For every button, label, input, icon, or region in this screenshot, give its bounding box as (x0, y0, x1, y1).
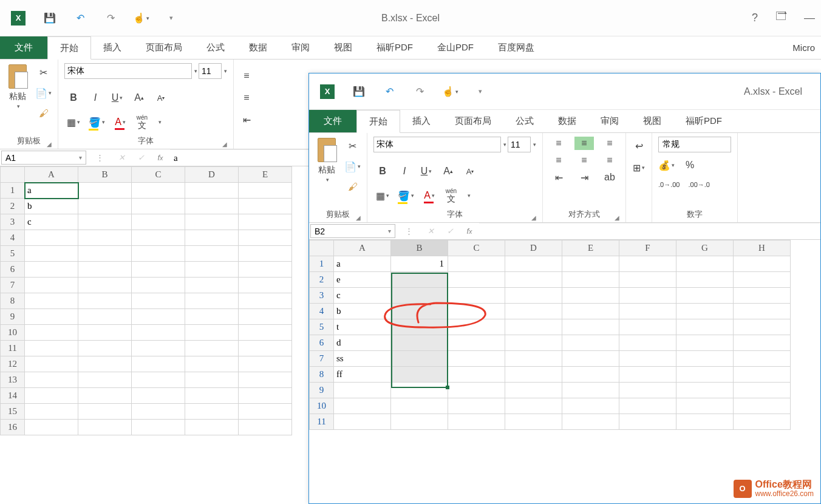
cell[interactable] (391, 319, 448, 335)
cell[interactable] (562, 335, 619, 351)
touch-mode-icon[interactable]: ☝▾ (135, 12, 147, 24)
cell[interactable] (239, 420, 292, 435)
save-icon[interactable]: 💾 (353, 86, 365, 98)
column-header[interactable]: A (25, 167, 78, 183)
cell[interactable] (239, 230, 292, 246)
cell[interactable] (734, 351, 791, 367)
row-header[interactable]: 9 (310, 383, 334, 398)
clipboard-dialog-launcher-icon[interactable]: ◢ (47, 141, 52, 148)
column-header[interactable]: C (448, 240, 505, 256)
decrease-font-icon[interactable]: A▾ (463, 165, 477, 178)
cell[interactable] (132, 278, 185, 293)
cell[interactable] (391, 398, 448, 414)
cell[interactable] (78, 325, 132, 341)
qat-dropdown-icon[interactable]: ▾ (474, 86, 486, 98)
cell[interactable] (391, 288, 448, 304)
cell[interactable] (619, 367, 676, 383)
tab-formulas[interactable]: 公式 (194, 36, 237, 59)
copy-icon[interactable]: 📄▾ (35, 86, 52, 100)
cell[interactable] (734, 383, 791, 398)
cell[interactable] (239, 341, 292, 356)
row-header[interactable]: 4 (310, 304, 334, 319)
column-header[interactable]: F (619, 240, 676, 256)
cancel-formula-icon[interactable]: ✕ (421, 223, 440, 239)
cell[interactable]: b (25, 199, 78, 214)
wrap-text-icon[interactable]: ↩ (632, 139, 646, 152)
row-header[interactable]: 1 (310, 256, 334, 272)
row-header[interactable]: 8 (1, 293, 25, 309)
cell[interactable] (562, 288, 619, 304)
cell[interactable] (132, 214, 185, 230)
cell[interactable] (734, 398, 791, 414)
qat-dropdown-icon[interactable]: ▾ (165, 12, 177, 24)
cell[interactable] (239, 214, 292, 230)
row-header[interactable]: 12 (1, 356, 25, 372)
align-left-icon[interactable]: ≡ (549, 154, 568, 167)
tab-file[interactable]: 文件 (0, 36, 47, 59)
font-color-icon[interactable]: A▾ (114, 115, 127, 129)
increase-indent-icon[interactable]: ⇥ (574, 171, 594, 184)
cell[interactable] (25, 388, 78, 404)
increase-font-icon[interactable]: A▴ (132, 91, 146, 104)
cell[interactable] (132, 356, 185, 372)
cell[interactable] (676, 398, 734, 414)
row-header[interactable]: 4 (1, 230, 25, 246)
cell[interactable] (185, 278, 239, 293)
fx-icon[interactable]: fx (151, 149, 170, 166)
cell[interactable] (132, 372, 185, 388)
cell[interactable] (562, 367, 619, 383)
cell[interactable] (25, 230, 78, 246)
cell[interactable] (734, 367, 791, 383)
row-header[interactable]: 14 (1, 388, 25, 404)
name-box[interactable]: B2▾ (310, 224, 395, 238)
cell[interactable] (391, 367, 448, 383)
row-header[interactable]: 16 (1, 420, 25, 435)
cell[interactable] (734, 335, 791, 351)
column-header[interactable]: D (185, 167, 239, 183)
font-name-input[interactable] (64, 63, 192, 79)
cell[interactable] (619, 304, 676, 319)
cell[interactable] (78, 183, 132, 199)
cell[interactable] (619, 319, 676, 335)
cell[interactable] (78, 262, 132, 278)
cell[interactable] (334, 414, 391, 430)
cell[interactable] (448, 414, 505, 430)
cell[interactable] (448, 351, 505, 367)
italic-icon[interactable]: I (398, 165, 411, 178)
cell[interactable] (132, 293, 185, 309)
cell[interactable] (239, 262, 292, 278)
row-header[interactable]: 5 (310, 319, 334, 335)
cell[interactable] (505, 319, 562, 335)
cell[interactable] (132, 420, 185, 435)
cut-icon[interactable]: ✂ (344, 139, 361, 152)
row-header[interactable]: 10 (1, 325, 25, 341)
cell[interactable] (185, 372, 239, 388)
cell[interactable] (78, 388, 132, 404)
cell[interactable] (132, 246, 185, 262)
cell[interactable] (132, 309, 185, 325)
cell[interactable] (78, 420, 132, 435)
cell[interactable]: ff (334, 367, 391, 383)
cell[interactable] (132, 325, 185, 341)
align-middle-icon[interactable]: ≡ (574, 137, 594, 150)
cell[interactable] (239, 183, 292, 199)
cell[interactable] (185, 356, 239, 372)
minimize-icon[interactable]: — (804, 12, 815, 24)
tab-data[interactable]: 数据 (546, 110, 588, 132)
cell[interactable] (78, 199, 132, 214)
cell[interactable] (132, 388, 185, 404)
align-right-icon[interactable]: ≡ (600, 154, 619, 167)
cell[interactable] (78, 309, 132, 325)
cell[interactable] (25, 356, 78, 372)
row-header[interactable]: 2 (310, 272, 334, 288)
column-header[interactable]: D (505, 240, 562, 256)
increase-decimal-icon[interactable]: .0→.00 (658, 178, 680, 191)
cell[interactable] (734, 319, 791, 335)
cell[interactable] (239, 388, 292, 404)
cell[interactable] (562, 383, 619, 398)
cell[interactable]: b (334, 304, 391, 319)
cell[interactable] (448, 304, 505, 319)
cell[interactable] (391, 383, 448, 398)
cell[interactable] (676, 272, 734, 288)
row-header[interactable]: 1 (1, 183, 25, 199)
